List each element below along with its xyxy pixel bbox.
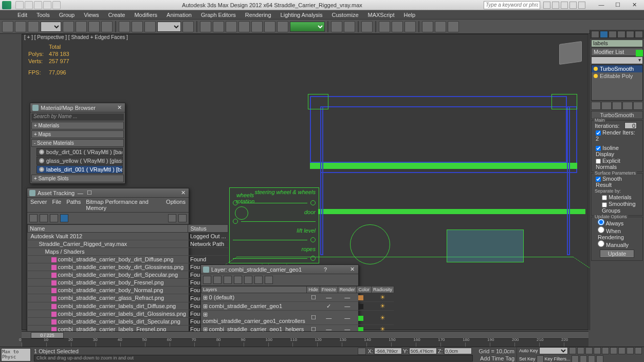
minimize-button[interactable]: —	[594, 1, 609, 9]
layer-row[interactable]: ⊞ combi_straddle_carrier_geo1✓—☀	[201, 302, 394, 311]
nav-orbit-icon[interactable]	[572, 355, 579, 363]
play-icon[interactable]	[585, 347, 593, 354]
wheels-rotation-dial[interactable]	[235, 206, 248, 220]
sep-groups-checkbox[interactable]	[602, 202, 607, 207]
nav-zoom-icon[interactable]	[618, 347, 625, 354]
make-unique-icon[interactable]	[612, 102, 622, 110]
maximize-button[interactable]: ☐	[610, 1, 625, 9]
asset-menu-bitmap-performance-and-memory[interactable]: Bitmap Performance and Memory	[86, 199, 161, 211]
asset-table-icon[interactable]	[60, 214, 68, 222]
layer-col-color[interactable]: Color	[357, 287, 372, 293]
coord-y-input[interactable]	[409, 348, 437, 354]
menu-animation[interactable]: Animation	[162, 11, 196, 19]
highlight-layer-icon[interactable]	[244, 276, 252, 284]
ropes-slider[interactable]	[310, 256, 316, 261]
modifier-stack[interactable]: TurboSmooth Editable Poly	[591, 65, 643, 101]
asset-row[interactable]: combi_straddle_carrier_labels_dirt_Specu…	[28, 317, 228, 325]
menu-group[interactable]: Group	[55, 11, 79, 19]
asset-row[interactable]: Straddle_Carrier_Rigged_vray.maxNetwork …	[28, 240, 228, 248]
smooth-result-checkbox[interactable]	[596, 177, 601, 182]
nav-maximize-icon[interactable]	[596, 355, 603, 363]
scene-material-item[interactable]: glass_yellow ( VRayMtl ) [glass_yellow]	[36, 157, 123, 165]
autokey-button[interactable]: Auto Key	[519, 348, 538, 353]
layer-col-hide[interactable]: Hide	[307, 287, 320, 293]
scene-material-item[interactable]: labels_dirt_001 ( VRayMtl ) [base_top, d…	[36, 165, 123, 174]
layer-col-render[interactable]: Render	[338, 287, 357, 293]
key-big-icon[interactable]	[537, 355, 544, 363]
utilities-tab-icon[interactable]	[635, 31, 643, 38]
add-to-layer-icon[interactable]	[224, 276, 232, 284]
key-filters-button[interactable]: Key Filters...	[545, 356, 571, 361]
goto-start-icon[interactable]	[569, 347, 576, 354]
asset-refresh-icon[interactable]	[29, 214, 38, 222]
render-setup-icon[interactable]	[422, 21, 433, 32]
asset-row[interactable]: combi_straddle_carrier_body_Fresnel.pngF…	[28, 279, 228, 287]
asset-row[interactable]: combi_straddle_carrier_body_dirt_Diffuse…	[28, 256, 228, 263]
hide-unhide-icon[interactable]	[254, 276, 263, 284]
viewport-label[interactable]: [ + ] [ Perspective ] [ Shaded + Edged F…	[24, 34, 128, 40]
isoline-checkbox[interactable]	[596, 146, 601, 151]
unlink-icon[interactable]	[15, 21, 26, 32]
asset-tree-icon[interactable]	[40, 214, 48, 222]
favorites-icon[interactable]	[569, 2, 577, 9]
asset-menu-paths[interactable]: Paths	[66, 199, 81, 211]
nav-walk-icon[interactable]	[588, 355, 595, 363]
named-selection-dropdown[interactable]: Create Selection Se	[290, 22, 325, 32]
maxscript-mini-listener[interactable]: Max to Physc	[1, 348, 31, 361]
menu-modifiers[interactable]: Modifiers	[130, 11, 161, 19]
setkey-button[interactable]: Set Key	[519, 356, 536, 361]
asset-close-button[interactable]: ✕	[179, 189, 187, 196]
next-frame-icon[interactable]	[594, 347, 601, 354]
timeline-ruler[interactable]: 0102030405060708090100110120130140150160…	[22, 338, 588, 347]
asset-menu-server[interactable]: Server	[30, 199, 47, 211]
asset-row[interactable]: combi_straddle_carrier_glass_Refract.png…	[28, 294, 228, 302]
configure-sets-icon[interactable]	[633, 102, 643, 110]
select-by-name-icon[interactable]	[76, 21, 87, 32]
layer-row[interactable]: ⊞ 0 (default)☐——☀	[201, 293, 394, 302]
infocenter-search-icon[interactable]	[543, 2, 550, 9]
nav-roll-icon[interactable]	[580, 355, 587, 363]
keyboard-shortcut-icon[interactable]	[213, 21, 224, 32]
asset-row[interactable]: combi_straddle_carrier_body_dirt_Specula…	[28, 271, 228, 279]
display-tab-icon[interactable]	[626, 31, 634, 38]
asset-row[interactable]: combi_straddle_carrier_labels_dirt_Gloss…	[28, 310, 228, 317]
motion-tab-icon[interactable]	[617, 31, 625, 38]
align-icon[interactable]	[344, 21, 355, 32]
asset-row[interactable]: Autodesk Vault 2012Logged Out ...	[28, 233, 228, 240]
window-crossing-icon[interactable]	[101, 21, 113, 32]
scale-icon[interactable]	[144, 21, 156, 32]
qat-redo-icon[interactable]	[52, 1, 61, 9]
menu-maxscript[interactable]: MAXScript	[364, 11, 399, 19]
coord-z-input[interactable]	[444, 348, 472, 354]
layer-manager-icon[interactable]	[361, 21, 373, 32]
update-always-radio[interactable]	[598, 219, 604, 225]
asset-col-status[interactable]: Status	[188, 225, 228, 233]
delete-layer-icon[interactable]	[213, 276, 222, 284]
explicit-normals-checkbox[interactable]	[596, 159, 601, 164]
select-layer-objects-icon[interactable]	[234, 276, 242, 284]
asset-log-icon[interactable]	[168, 214, 176, 222]
menu-rendering[interactable]: Rendering	[241, 11, 275, 19]
use-center-icon[interactable]	[182, 21, 194, 32]
viewcube-icon[interactable]	[559, 41, 582, 65]
selection-filter-dropdown[interactable]: All	[41, 22, 61, 32]
nav-zoomext-icon[interactable]	[635, 347, 642, 354]
keymode-dropdown[interactable]: Selected	[539, 347, 568, 354]
curve-editor-icon[interactable]	[379, 21, 390, 32]
qat-undo-icon[interactable]	[43, 1, 51, 9]
menu-help[interactable]: Help	[400, 11, 420, 19]
percent-snap-icon[interactable]	[251, 21, 263, 32]
layer-help-button[interactable]: ?	[324, 266, 327, 273]
time-slider[interactable]: 0 / 225	[22, 331, 588, 338]
nav-fov-icon[interactable]	[627, 347, 634, 354]
material-browser-close-button[interactable]: ✕	[116, 104, 123, 111]
asset-maximize-button[interactable]: ☐	[86, 189, 93, 196]
select-link-icon[interactable]	[2, 21, 13, 32]
menu-create[interactable]: Create	[104, 11, 129, 19]
qat-open-icon[interactable]	[25, 1, 33, 9]
show-end-result-icon[interactable]	[601, 102, 611, 110]
asset-menu-file[interactable]: File	[52, 199, 61, 211]
menu-graph-editors[interactable]: Graph Editors	[197, 11, 240, 19]
door-slider[interactable]	[233, 219, 238, 224]
selection-lock-icon[interactable]	[358, 348, 366, 355]
